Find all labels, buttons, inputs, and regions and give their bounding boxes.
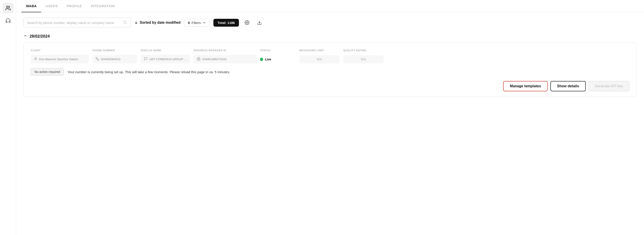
col-header-quality: QUALITY RATING	[343, 49, 384, 52]
generate-api-key-button: Generate API key	[588, 81, 630, 91]
display-name: LWT COMENIUS GROUP SA	[149, 58, 187, 61]
page-content: Sorted by date modified 0 Filters Total:…	[16, 12, 644, 235]
alert-message: Your number is currently being set up. T…	[68, 70, 230, 74]
sidebar	[0, 0, 16, 235]
no-action-badge: No action required	[31, 68, 64, 76]
col-header-phone: PHONE NUMBER	[92, 49, 137, 52]
sidebar-icon-users[interactable]	[3, 3, 14, 14]
table-header: CLIENT PHONE NUMBER DISPLAY NAME BUSINES…	[31, 49, 630, 52]
filter-label: Filters	[192, 21, 201, 24]
manage-templates-button[interactable]: Manage templates	[503, 81, 548, 91]
phone-number: 504000364510	[101, 58, 120, 61]
tab-bar: WABA USERS PROFILE INTEGRATION	[16, 0, 644, 12]
status-label: Live	[265, 58, 271, 61]
cell-display-name: LWT COMENIUS GROUP SA	[141, 55, 190, 64]
svg-point-6	[35, 58, 36, 59]
show-details-button[interactable]: Show details	[550, 81, 586, 91]
svg-point-1	[124, 20, 126, 23]
cell-phone: 504000364510	[92, 55, 137, 64]
main-content: WABA USERS PROFILE INTEGRATION	[16, 0, 644, 235]
svg-point-0	[6, 6, 8, 8]
sort-button[interactable]: Sorted by date modified	[134, 20, 180, 24]
filter-count: 0	[188, 21, 190, 24]
search-box[interactable]	[23, 18, 131, 28]
chevron-up-icon	[23, 34, 27, 39]
tab-profile[interactable]: PROFILE	[62, 0, 86, 12]
svg-point-4	[246, 22, 248, 23]
cell-messaging-limit: N/A	[300, 55, 340, 63]
col-header-display-name: DISPLAY NAME	[141, 49, 190, 52]
toolbar: Sorted by date modified 0 Filters Total:…	[23, 18, 637, 28]
person-icon	[34, 57, 38, 61]
date-header[interactable]: 28/02/2024	[23, 34, 637, 39]
tab-integration[interactable]: INTEGRATION	[86, 0, 119, 12]
chat-icon	[144, 57, 148, 61]
cell-bm-id: 234451386274104	[194, 55, 256, 64]
status-dot	[260, 58, 263, 61]
cell-client: Erin Mauricio Sanchez Salaris	[31, 55, 89, 64]
col-header-msg-limit: MESSAGING LIMIT	[300, 49, 340, 52]
action-buttons: Manage templates Show details Generate A…	[31, 81, 630, 91]
cell-status: Live	[260, 58, 296, 61]
date-label: 28/02/2024	[30, 34, 50, 39]
bm-id: 234451386274104	[202, 58, 226, 61]
cell-quality-rating: N/A	[343, 55, 384, 63]
waba-card: CLIENT PHONE NUMBER DISPLAY NAME BUSINES…	[23, 42, 637, 97]
date-group: 28/02/2024 CLIENT PHONE NUMBER DISPLAY N…	[23, 34, 637, 97]
search-icon	[123, 20, 127, 25]
tab-waba[interactable]: WABA	[22, 0, 41, 12]
client-name: Erin Mauricio Sanchez Salaris	[39, 58, 78, 61]
col-header-bm-id: BUSINESS MANAGER ID	[194, 49, 256, 52]
phone-icon	[96, 57, 99, 61]
tab-users[interactable]: USERS	[41, 0, 62, 12]
total-badge: Total: 1186	[214, 19, 239, 27]
col-header-client: CLIENT	[31, 49, 89, 52]
alert-row: No action required Your number is curren…	[31, 68, 630, 76]
table-row: Erin Mauricio Sanchez Salaris 5040003645…	[31, 55, 630, 64]
download-button[interactable]	[255, 18, 264, 27]
svg-rect-7	[197, 58, 200, 60]
sort-label: Sorted by date modified	[140, 20, 180, 24]
settings-button[interactable]	[242, 18, 252, 27]
search-input[interactable]	[27, 21, 121, 24]
building-icon	[197, 57, 200, 61]
filters-button[interactable]: 0 Filters	[184, 19, 210, 27]
svg-line-2	[126, 23, 126, 24]
col-header-status: STATUS	[260, 49, 296, 52]
sidebar-icon-support[interactable]	[3, 15, 14, 26]
